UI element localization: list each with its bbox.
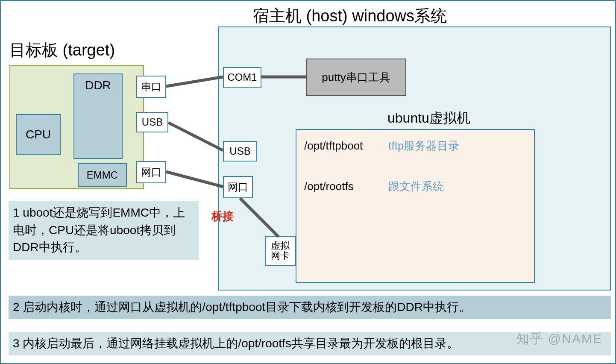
virtual-nic-box: 虚拟 网卡	[265, 236, 296, 266]
ddr-box: DDR	[73, 73, 123, 159]
emmc-box: EMMC	[78, 163, 127, 187]
host-com1-port: COM1	[223, 67, 261, 88]
host-title: 宿主机 (host) windows系统	[253, 5, 447, 27]
note-1: 1 uboot还是烧写到EMMC中，上电时，CPU还是将uboot拷贝到DDR中…	[9, 201, 199, 260]
target-usb-port: USB	[136, 112, 168, 132]
svg-line-0	[166, 77, 223, 86]
target-serial-port: 串口	[136, 76, 166, 98]
host-usb-port: USB	[223, 141, 257, 161]
vm-tftp-desc: tftp服务器目录	[388, 139, 459, 152]
vm-tftp-path: /opt/tftpboot	[304, 139, 385, 153]
vm-row-rootfs: /opt/rootfs 跟文件系统	[304, 179, 526, 194]
cpu-box: CPU	[16, 114, 61, 155]
vm-row-tftp: /opt/tftpboot tftp服务器目录	[304, 138, 526, 153]
virt-nic-line1: 虚拟	[271, 241, 290, 251]
host-net-port: 网口	[223, 176, 253, 198]
vm-rootfs-path: /opt/rootfs	[304, 180, 385, 193]
svg-line-2	[168, 123, 223, 150]
putty-box: putty串口工具	[306, 59, 406, 96]
target-net-port: 网口	[136, 161, 166, 183]
vm-title: ubuntu虚拟机	[387, 109, 470, 128]
bridge-label: 桥接	[211, 209, 234, 224]
virt-nic-line2: 网卡	[271, 251, 290, 261]
watermark: 知乎 @NAME	[516, 330, 602, 348]
target-title: 目标板 (target)	[9, 39, 115, 61]
vm-box: /opt/tftpboot tftp服务器目录 /opt/rootfs 跟文件系…	[296, 129, 535, 283]
diagram-canvas: 目标板 (target) 宿主机 (host) windows系统 CPU DD…	[0, 0, 616, 364]
note-2: 2 启动内核时，通过网口从虚拟机的/opt/tftpboot目录下载内核到开发板…	[9, 296, 611, 319]
svg-line-3	[166, 172, 223, 187]
vm-rootfs-desc: 跟文件系统	[388, 180, 444, 193]
